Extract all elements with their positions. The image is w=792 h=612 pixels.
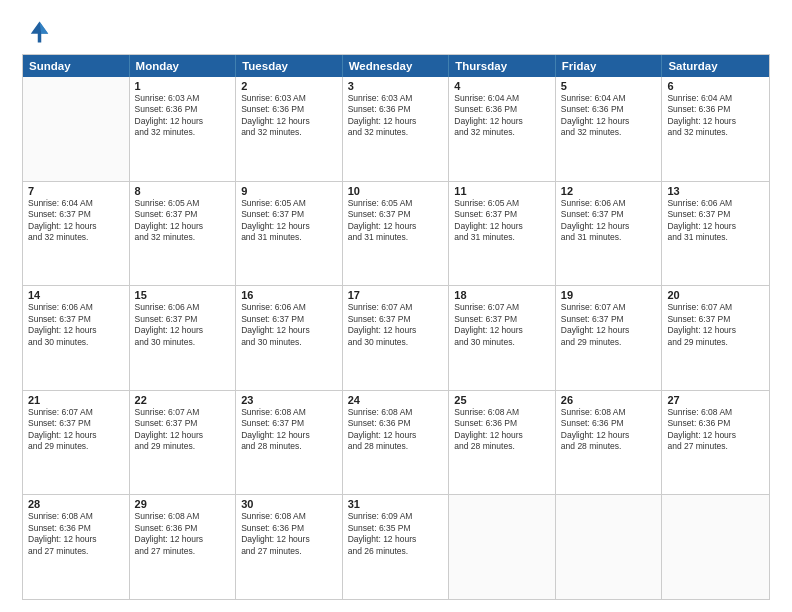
cell-line: Sunset: 6:36 PM (348, 104, 444, 115)
calendar-day-25: 25Sunrise: 6:08 AMSunset: 6:36 PMDayligh… (449, 391, 556, 495)
cell-line: Daylight: 12 hours (28, 221, 124, 232)
cell-line: and 27 minutes. (241, 546, 337, 557)
cell-line: Daylight: 12 hours (135, 534, 231, 545)
cell-line: and 32 minutes. (241, 127, 337, 138)
page: SundayMondayTuesdayWednesdayThursdayFrid… (0, 0, 792, 612)
calendar-day-23: 23Sunrise: 6:08 AMSunset: 6:37 PMDayligh… (236, 391, 343, 495)
cell-line: Sunset: 6:37 PM (241, 314, 337, 325)
cell-line: and 27 minutes. (28, 546, 124, 557)
day-number: 26 (561, 394, 657, 406)
cell-line: Sunrise: 6:08 AM (561, 407, 657, 418)
cell-line: Sunrise: 6:08 AM (28, 511, 124, 522)
cell-line: Sunset: 6:37 PM (561, 209, 657, 220)
weekday-header-wednesday: Wednesday (343, 55, 450, 77)
cell-line: Sunset: 6:36 PM (454, 418, 550, 429)
cell-line: Daylight: 12 hours (667, 430, 764, 441)
calendar-day-7: 7Sunrise: 6:04 AMSunset: 6:37 PMDaylight… (23, 182, 130, 286)
calendar-day-30: 30Sunrise: 6:08 AMSunset: 6:36 PMDayligh… (236, 495, 343, 599)
cell-line: and 31 minutes. (348, 232, 444, 243)
calendar-row-4: 28Sunrise: 6:08 AMSunset: 6:36 PMDayligh… (23, 495, 769, 599)
cell-line: Sunrise: 6:07 AM (454, 302, 550, 313)
day-number: 11 (454, 185, 550, 197)
cell-line: and 32 minutes. (454, 127, 550, 138)
cell-line: Sunrise: 6:08 AM (667, 407, 764, 418)
cell-line: Sunrise: 6:08 AM (241, 511, 337, 522)
cell-line: Sunset: 6:37 PM (454, 209, 550, 220)
day-number: 2 (241, 80, 337, 92)
calendar-day-16: 16Sunrise: 6:06 AMSunset: 6:37 PMDayligh… (236, 286, 343, 390)
cell-line: Sunset: 6:37 PM (28, 314, 124, 325)
cell-line: Sunrise: 6:04 AM (667, 93, 764, 104)
cell-line: and 32 minutes. (561, 127, 657, 138)
calendar-body: 1Sunrise: 6:03 AMSunset: 6:36 PMDaylight… (23, 77, 769, 599)
cell-line: and 28 minutes. (348, 441, 444, 452)
calendar-row-0: 1Sunrise: 6:03 AMSunset: 6:36 PMDaylight… (23, 77, 769, 182)
day-number: 7 (28, 185, 124, 197)
day-number: 13 (667, 185, 764, 197)
cell-line: Sunset: 6:37 PM (561, 314, 657, 325)
day-number: 21 (28, 394, 124, 406)
day-number: 4 (454, 80, 550, 92)
calendar-row-3: 21Sunrise: 6:07 AMSunset: 6:37 PMDayligh… (23, 391, 769, 496)
cell-line: and 32 minutes. (135, 232, 231, 243)
cell-line: Daylight: 12 hours (454, 221, 550, 232)
cell-line: Sunrise: 6:06 AM (561, 198, 657, 209)
cell-line: Sunset: 6:36 PM (348, 418, 444, 429)
cell-line: Daylight: 12 hours (241, 221, 337, 232)
cell-line: and 32 minutes. (135, 127, 231, 138)
calendar-day-20: 20Sunrise: 6:07 AMSunset: 6:37 PMDayligh… (662, 286, 769, 390)
cell-line: Daylight: 12 hours (348, 116, 444, 127)
day-number: 16 (241, 289, 337, 301)
cell-line: Daylight: 12 hours (135, 221, 231, 232)
cell-line: Sunrise: 6:04 AM (28, 198, 124, 209)
cell-line: Sunset: 6:36 PM (454, 104, 550, 115)
cell-line: Sunset: 6:37 PM (241, 418, 337, 429)
cell-line: Daylight: 12 hours (135, 116, 231, 127)
cell-line: Daylight: 12 hours (348, 430, 444, 441)
cell-line: Sunrise: 6:05 AM (241, 198, 337, 209)
cell-line: Daylight: 12 hours (348, 325, 444, 336)
cell-line: and 31 minutes. (454, 232, 550, 243)
calendar-day-11: 11Sunrise: 6:05 AMSunset: 6:37 PMDayligh… (449, 182, 556, 286)
cell-line: Daylight: 12 hours (561, 325, 657, 336)
cell-line: and 29 minutes. (135, 441, 231, 452)
calendar-day-31: 31Sunrise: 6:09 AMSunset: 6:35 PMDayligh… (343, 495, 450, 599)
cell-line: Daylight: 12 hours (454, 430, 550, 441)
cell-line: Daylight: 12 hours (241, 430, 337, 441)
cell-line: Daylight: 12 hours (561, 221, 657, 232)
cell-line: and 32 minutes. (28, 232, 124, 243)
cell-line: Sunrise: 6:09 AM (348, 511, 444, 522)
cell-line: and 30 minutes. (241, 337, 337, 348)
day-number: 3 (348, 80, 444, 92)
calendar-row-1: 7Sunrise: 6:04 AMSunset: 6:37 PMDaylight… (23, 182, 769, 287)
cell-line: and 27 minutes. (667, 441, 764, 452)
cell-line: Daylight: 12 hours (561, 116, 657, 127)
calendar-day-18: 18Sunrise: 6:07 AMSunset: 6:37 PMDayligh… (449, 286, 556, 390)
cell-line: Sunrise: 6:06 AM (241, 302, 337, 313)
cell-line: Sunset: 6:36 PM (561, 104, 657, 115)
weekday-header-tuesday: Tuesday (236, 55, 343, 77)
cell-line: Sunset: 6:37 PM (135, 314, 231, 325)
cell-line: Sunset: 6:36 PM (561, 418, 657, 429)
cell-line: Daylight: 12 hours (241, 116, 337, 127)
calendar-day-13: 13Sunrise: 6:06 AMSunset: 6:37 PMDayligh… (662, 182, 769, 286)
cell-line: Sunset: 6:37 PM (667, 209, 764, 220)
day-number: 19 (561, 289, 657, 301)
cell-line: Sunrise: 6:06 AM (135, 302, 231, 313)
logo-icon (22, 18, 50, 46)
cell-line: and 29 minutes. (561, 337, 657, 348)
day-number: 23 (241, 394, 337, 406)
calendar-day-26: 26Sunrise: 6:08 AMSunset: 6:36 PMDayligh… (556, 391, 663, 495)
day-number: 18 (454, 289, 550, 301)
cell-line: Sunrise: 6:07 AM (348, 302, 444, 313)
cell-line: and 32 minutes. (348, 127, 444, 138)
calendar-day-3: 3Sunrise: 6:03 AMSunset: 6:36 PMDaylight… (343, 77, 450, 181)
cell-line: Sunrise: 6:03 AM (241, 93, 337, 104)
cell-line: Sunrise: 6:05 AM (348, 198, 444, 209)
day-number: 8 (135, 185, 231, 197)
day-number: 9 (241, 185, 337, 197)
cell-line: and 28 minutes. (561, 441, 657, 452)
calendar-day-19: 19Sunrise: 6:07 AMSunset: 6:37 PMDayligh… (556, 286, 663, 390)
cell-line: and 31 minutes. (241, 232, 337, 243)
cell-line: Sunrise: 6:05 AM (454, 198, 550, 209)
